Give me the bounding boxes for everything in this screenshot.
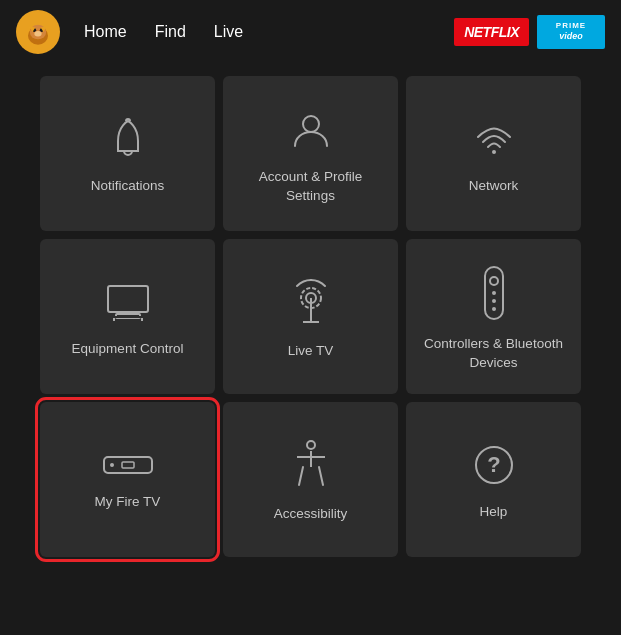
svg-point-5 [34, 31, 41, 36]
antenna-icon [287, 276, 335, 328]
grid-item-notifications[interactable]: Notifications [40, 76, 215, 231]
svg-point-24 [110, 463, 114, 467]
svg-point-6 [303, 116, 319, 132]
account-profile-label: Account & Profile Settings [235, 168, 386, 206]
svg-text:?: ? [487, 452, 500, 477]
wifi-icon [470, 115, 518, 163]
avatar[interactable] [16, 10, 60, 54]
svg-point-18 [490, 277, 498, 285]
header: Home Find Live NETFLIX prime video [0, 0, 621, 64]
svg-point-21 [492, 307, 496, 311]
svg-point-7 [492, 150, 496, 154]
help-icon: ? [470, 441, 518, 489]
grid-item-my-fire-tv[interactable]: My Fire TV [40, 402, 215, 557]
accessibility-icon [289, 439, 333, 491]
grid-item-controllers-devices[interactable]: Controllers & Bluetooth Devices [406, 239, 581, 394]
network-label: Network [469, 177, 519, 196]
firestick-icon [100, 451, 156, 479]
help-label: Help [480, 503, 508, 522]
prime-video-logo[interactable]: prime video [537, 15, 605, 49]
person-icon [287, 106, 335, 154]
nav-live[interactable]: Live [214, 23, 243, 41]
netflix-logo[interactable]: NETFLIX [454, 18, 529, 46]
brand-logos: NETFLIX prime video [454, 15, 605, 49]
tv-icon [102, 278, 154, 326]
live-tv-label: Live TV [288, 342, 334, 361]
video-text: video [545, 31, 597, 43]
notifications-label: Notifications [91, 177, 165, 196]
bell-icon [104, 115, 152, 163]
grid-item-equipment-control[interactable]: Equipment Control [40, 239, 215, 394]
grid-item-network[interactable]: Network [406, 76, 581, 231]
controllers-devices-label: Controllers & Bluetooth Devices [418, 335, 569, 373]
prime-text: prime [545, 21, 597, 31]
accessibility-label: Accessibility [274, 505, 348, 524]
grid-item-live-tv[interactable]: Live TV [223, 239, 398, 394]
nav-find[interactable]: Find [155, 23, 186, 41]
svg-rect-23 [122, 462, 134, 468]
grid-item-accessibility[interactable]: Accessibility [223, 402, 398, 557]
my-fire-tv-label: My Fire TV [95, 493, 161, 512]
svg-point-19 [492, 291, 496, 295]
nav-links: Home Find Live [84, 23, 430, 41]
settings-grid: Notifications Account & Profile Settings… [0, 64, 621, 569]
equipment-control-label: Equipment Control [72, 340, 184, 359]
nav-home[interactable]: Home [84, 23, 127, 41]
svg-rect-8 [108, 286, 148, 312]
grid-item-help[interactable]: ? Help [406, 402, 581, 557]
svg-rect-12 [112, 316, 144, 318]
grid-item-account-profile[interactable]: Account & Profile Settings [223, 76, 398, 231]
svg-point-20 [492, 299, 496, 303]
svg-point-25 [307, 441, 315, 449]
remote-icon [479, 265, 509, 321]
